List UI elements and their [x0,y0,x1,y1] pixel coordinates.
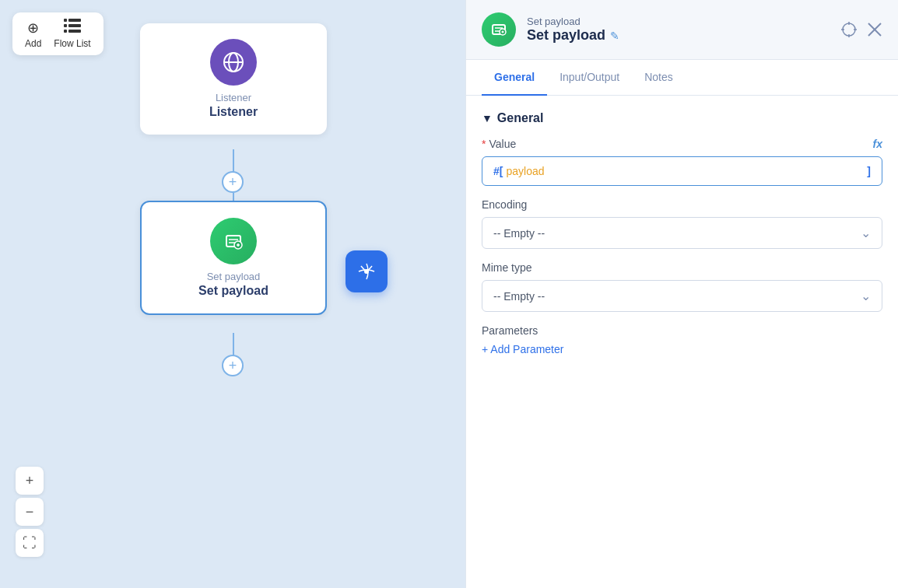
encoding-select[interactable]: -- Empty -- ⌄ [482,217,882,249]
encoding-label: Encoding [482,198,527,211]
add-node-plus-top[interactable]: + [222,171,244,193]
mime-type-value: -- Empty -- [493,290,545,303]
mime-type-label: Mime type [482,261,532,274]
flow-list-label: Flow List [54,38,90,49]
flow-list-icon [64,19,81,37]
panel-subtitle: Set payload [527,16,830,27]
add-icon: ⊕ [27,19,39,37]
set-payload-title: Set payload [198,284,268,298]
mime-type-chevron-icon: ⌄ [861,289,871,303]
encoding-value: -- Empty -- [493,227,545,240]
value-label-row: * Value fx [482,138,882,150]
encoding-label-row: Encoding [482,198,882,211]
section-chevron-icon: ▼ [482,112,493,124]
panel-titles: Set payload Set payload ✎ [527,16,830,44]
parameters-section: Parameters + Add Parameter [482,324,882,355]
value-payload: payload [506,165,864,177]
svg-rect-3 [68,24,81,27]
action-button[interactable] [346,250,388,292]
svg-rect-2 [64,24,67,27]
canvas-controls: + − ⛶ [16,467,44,557]
set-payload-icon [210,218,257,264]
listener-icon [210,39,257,86]
connector-line-3 [233,333,234,356]
connector-line-1 [233,149,234,173]
canvas-area: ⊕ Add Flow List [0,0,465,588]
tab-notes[interactable]: Notes [632,60,686,96]
svg-point-22 [843,23,855,36]
connector-top [233,149,234,173]
tabs: General Input/Output Notes [466,60,898,96]
value-label: * Value [482,138,516,150]
zoom-out-button[interactable]: − [16,498,44,526]
value-bracket-close: ] [867,165,871,177]
right-panel: Set payload Set payload ✎ [465,0,898,588]
mime-type-select[interactable]: -- Empty -- ⌄ [482,280,882,312]
connector-plus-bottom[interactable]: + [222,355,244,376]
mime-type-label-row: Mime type [482,261,882,274]
connector-plus-top[interactable]: + [222,171,244,193]
svg-rect-1 [68,19,81,22]
svg-rect-5 [68,30,81,33]
panel-header: Set payload Set payload ✎ [466,0,898,60]
toolbar: ⊕ Add Flow List [12,12,103,55]
flow-list-button[interactable]: Flow List [54,19,90,49]
tab-general[interactable]: General [482,60,547,96]
add-parameter-button[interactable]: + Add Parameter [482,343,563,355]
value-field-row: * Value fx #[ payload ] [482,138,882,186]
panel-title-row: Set payload ✎ [527,27,830,44]
fit-button[interactable]: ⛶ [16,529,44,557]
parameters-label-row: Parameters [482,324,882,337]
mime-type-field-row: Mime type -- Empty -- ⌄ [482,261,882,312]
add-button[interactable]: ⊕ Add [25,19,41,49]
zoom-in-button[interactable]: + [16,467,44,495]
value-hash: #[ [493,165,503,177]
listener-subtitle: Listener [216,92,251,103]
set-payload-node[interactable]: Set payload Set payload [140,201,327,315]
panel-content: ▼ General * Value fx #[ payload ] [466,96,898,588]
close-button[interactable] [867,22,882,37]
crosshair-button[interactable] [840,21,858,38]
svg-rect-0 [64,19,67,22]
tab-input-output[interactable]: Input/Output [547,60,632,96]
value-input[interactable]: #[ payload ] [482,156,882,186]
edit-title-icon[interactable]: ✎ [610,30,619,42]
set-payload-subtitle: Set payload [207,271,261,282]
add-label: Add [25,38,41,49]
add-parameter-label: + Add Parameter [482,343,563,355]
required-star: * [482,138,486,150]
parameters-label: Parameters [482,324,538,337]
encoding-chevron-icon: ⌄ [861,226,871,240]
panel-node-icon [482,12,516,47]
panel-title: Set payload [527,27,605,44]
listener-title: Listener [209,105,258,119]
section-title: General [497,111,544,125]
listener-node[interactable]: Listener Listener [140,23,327,135]
panel-header-actions [840,21,882,38]
section-header: ▼ General [482,111,882,125]
connector-bottom-line [233,333,234,356]
encoding-field-row: Encoding -- Empty -- ⌄ [482,198,882,249]
fx-button[interactable]: fx [873,138,882,150]
add-node-plus-bottom[interactable]: + [222,355,244,376]
svg-rect-4 [64,30,67,33]
